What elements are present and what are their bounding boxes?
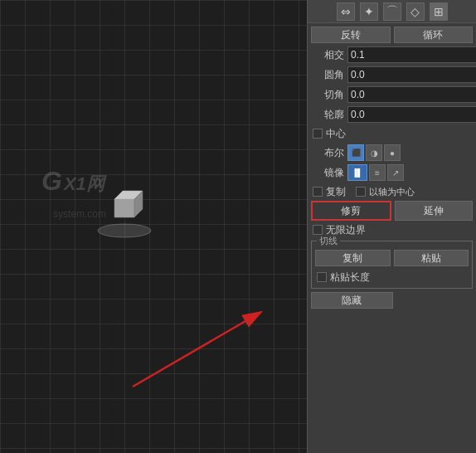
zhantie-button[interactable]: 粘贴	[394, 250, 469, 266]
fuzhi-yizhou-row: 复制 以轴为中心	[308, 183, 476, 201]
buer-label: 布尔	[311, 146, 344, 160]
fanzhuan-xunhuan-row: 反转 循环	[308, 25, 476, 45]
wuxian-checkbox[interactable]	[313, 225, 323, 235]
jingxiang-icons: ▐▌ ≡ ↗	[347, 164, 404, 181]
yizhou-checkbox[interactable]	[356, 187, 366, 197]
qiejiao-row: 切角	[308, 85, 476, 105]
jingxiang-label: 镜像	[311, 166, 344, 180]
svg-marker-1	[114, 199, 134, 217]
jingxiang-icon-2[interactable]: ≡	[369, 164, 386, 181]
props-panel: 反转 循环 相交 圆角 切角 轮廓 中心 布尔	[308, 23, 476, 453]
lunluo-input[interactable]	[347, 106, 476, 123]
fanzhuan-button[interactable]: 反转	[311, 27, 391, 43]
lunluo-label: 轮廓	[311, 108, 344, 122]
toolbar-icon-grid[interactable]: ⊞	[430, 2, 448, 21]
right-panel: ⇔ ✦ ⌒ ◇ ⊞ 反转 循环 相交 圆角 切角 轮廓	[307, 0, 476, 453]
qiejiao-label: 切角	[311, 88, 344, 102]
zhantie-changdu-label: 粘贴长度	[330, 270, 370, 285]
viewport-3d[interactable]: GX1网 system.com	[0, 0, 307, 453]
toolbar-icon-select[interactable]: ✦	[360, 2, 378, 21]
jingxiang-icon-1[interactable]: ▐▌	[347, 164, 367, 181]
jingxiang-icon-3[interactable]: ↗	[387, 164, 404, 181]
qiejiao-input[interactable]	[347, 86, 476, 103]
yuanjiao-label: 圆角	[311, 68, 344, 82]
yincang-button[interactable]: 隐藏	[311, 292, 393, 309]
yincang-row: 隐藏	[308, 290, 476, 310]
buer-icon-2[interactable]: ◑	[366, 144, 382, 161]
svg-point-0	[98, 224, 151, 237]
lunluo-row: 轮廓	[308, 105, 476, 124]
buer-row: 布尔 ⬛ ◑ ●	[308, 143, 476, 163]
xiujian-button[interactable]: 修剪	[311, 201, 391, 221]
qiexian-group: 切线 复制 粘贴 粘贴长度	[311, 241, 473, 289]
xiangji-input[interactable]	[347, 46, 476, 63]
toolbar-icon-move[interactable]: ⇔	[337, 2, 355, 21]
buer-icon-1[interactable]: ⬛	[347, 144, 364, 161]
zhongxin-checkbox[interactable]	[313, 129, 323, 139]
xiangji-label: 相交	[311, 48, 344, 62]
toolbar-icon-curve[interactable]: ⌒	[383, 2, 401, 21]
xiangji-row: 相交	[308, 45, 476, 65]
jingxiang-row: 镜像 ▐▌ ≡ ↗	[308, 163, 476, 183]
zhantie-changdu-checkbox[interactable]	[317, 272, 327, 282]
3d-object	[91, 174, 158, 241]
zhongxin-label: 中心	[326, 127, 359, 141]
yuanjiao-row: 圆角	[308, 65, 476, 85]
fuzhi2-button[interactable]: 复制	[315, 250, 391, 266]
buer-icons: ⬛ ◑ ●	[347, 144, 401, 161]
yuanjiao-input[interactable]	[347, 66, 476, 83]
zhantie-changdu-row: 粘贴长度	[312, 268, 472, 286]
xiujian-yanshen-row: 修剪 延伸	[308, 201, 476, 221]
qiexian-label: 切线	[317, 235, 340, 247]
top-toolbar: ⇔ ✦ ⌒ ◇ ⊞	[308, 0, 476, 23]
zhongxin-row: 中心	[308, 124, 476, 143]
buer-icon-3[interactable]: ●	[384, 144, 401, 161]
fuzhi-label: 复制	[326, 185, 346, 199]
toolbar-icon-shape[interactable]: ◇	[406, 2, 425, 21]
fuzhi-zhantie-row: 复制 粘贴	[312, 248, 472, 268]
fuzhi-checkbox[interactable]	[313, 187, 323, 197]
yizhou-label: 以轴为中心	[369, 186, 415, 198]
xunhuan-button[interactable]: 循环	[394, 27, 474, 43]
yanshen-button[interactable]: 延伸	[395, 201, 474, 221]
